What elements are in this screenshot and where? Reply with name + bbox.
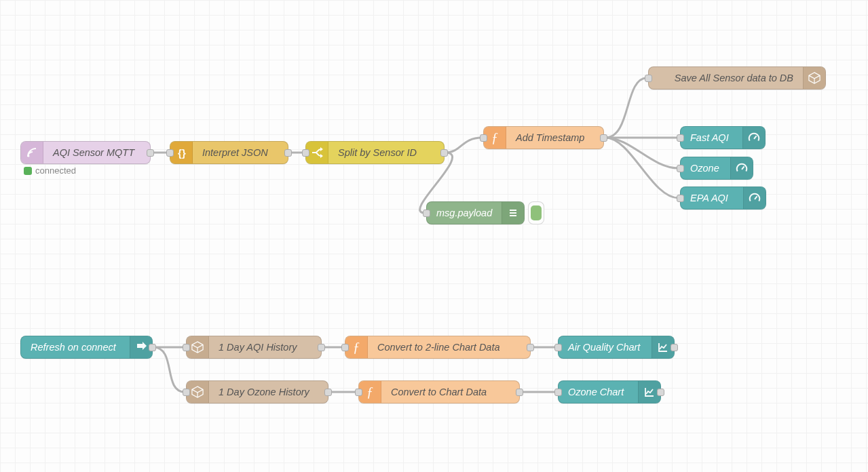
- node-label: Ozone: [681, 157, 730, 179]
- node-label: 1 Day AQI History: [209, 336, 321, 358]
- node-ozone-chart[interactable]: Ozone Chart: [558, 380, 661, 404]
- node-save-db[interactable]: Save All Sensor data to DB: [648, 66, 826, 90]
- node-label: Ozone Chart: [559, 381, 638, 403]
- output-port[interactable]: [516, 389, 523, 396]
- output-port[interactable]: [671, 344, 678, 351]
- node-label: AQI Sensor MQTT: [43, 142, 150, 163]
- node-label: Fast AQI: [681, 127, 742, 149]
- input-port[interactable]: [677, 195, 684, 202]
- output-port[interactable]: [147, 149, 154, 157]
- output-port[interactable]: [440, 149, 448, 157]
- input-port[interactable]: [554, 344, 562, 351]
- node-air-quality-chart[interactable]: Air Quality Chart: [558, 336, 675, 359]
- input-port[interactable]: [183, 389, 190, 396]
- input-port[interactable]: [554, 389, 562, 396]
- node-epa-aqi[interactable]: EPA AQI: [680, 186, 766, 210]
- node-mqtt-in[interactable]: AQI Sensor MQTT: [20, 141, 151, 164]
- node-ozone-history[interactable]: 1 Day Ozone History: [186, 380, 328, 404]
- output-port[interactable]: [324, 389, 332, 396]
- node-convert-aqi[interactable]: ƒ Convert to 2-line Chart Data: [345, 336, 531, 359]
- svg-point-0: [28, 155, 30, 157]
- node-switch[interactable]: Split by Sensor ID: [305, 141, 445, 164]
- node-label: Convert to 2-line Chart Data: [368, 336, 530, 358]
- flow-canvas[interactable]: AQI Sensor MQTT connected { } Interpret …: [0, 0, 868, 472]
- node-label: 1 Day Ozone History: [209, 381, 328, 403]
- input-port[interactable]: [645, 75, 652, 82]
- database-icon: [803, 67, 825, 89]
- node-json[interactable]: { } Interpret JSON: [170, 141, 288, 164]
- input-port[interactable]: [183, 344, 190, 351]
- output-port[interactable]: [657, 389, 664, 396]
- gauge-icon: [743, 187, 766, 209]
- node-label: Air Quality Chart: [559, 336, 652, 358]
- node-aqi-history[interactable]: 1 Day AQI History: [186, 336, 322, 359]
- debug-toggle-button[interactable]: [528, 201, 544, 224]
- input-port[interactable]: [341, 344, 349, 351]
- input-port[interactable]: [166, 149, 174, 157]
- node-fast-aqi[interactable]: Fast AQI: [680, 126, 766, 149]
- input-port[interactable]: [355, 389, 362, 396]
- input-port[interactable]: [302, 149, 309, 157]
- input-port[interactable]: [677, 165, 684, 172]
- node-label: Refresh on connect: [21, 336, 130, 358]
- input-port[interactable]: [677, 134, 684, 142]
- list-icon: [502, 202, 524, 224]
- input-port[interactable]: [480, 134, 487, 142]
- status-label: connected: [35, 165, 76, 176]
- node-label: Add Timestamp: [506, 127, 603, 149]
- output-port[interactable]: [284, 149, 292, 157]
- output-port[interactable]: [318, 344, 325, 351]
- node-ozone[interactable]: Ozone: [680, 157, 753, 180]
- node-refresh-connect[interactable]: Refresh on connect: [20, 336, 153, 359]
- node-debug[interactable]: msg.payload: [426, 201, 525, 224]
- rss-icon: [21, 142, 43, 163]
- debug-toggle-indicator: [531, 205, 542, 220]
- output-port[interactable]: [527, 344, 534, 351]
- node-label: Save All Sensor data to DB: [649, 67, 803, 89]
- node-label: Convert to Chart Data: [381, 381, 519, 403]
- gauge-icon: [730, 157, 753, 179]
- output-port[interactable]: [149, 344, 156, 351]
- node-convert-ozone[interactable]: ƒ Convert to Chart Data: [358, 380, 520, 404]
- gauge-icon: [742, 127, 765, 149]
- input-port[interactable]: [423, 210, 430, 217]
- node-add-timestamp[interactable]: ƒ Add Timestamp: [483, 126, 604, 149]
- output-port[interactable]: [600, 134, 607, 142]
- node-label: Interpret JSON: [193, 142, 288, 163]
- node-label: EPA AQI: [681, 187, 743, 209]
- status-dot-connected: [24, 167, 32, 175]
- node-label: msg.payload: [427, 202, 502, 224]
- node-label: Split by Sensor ID: [328, 142, 444, 163]
